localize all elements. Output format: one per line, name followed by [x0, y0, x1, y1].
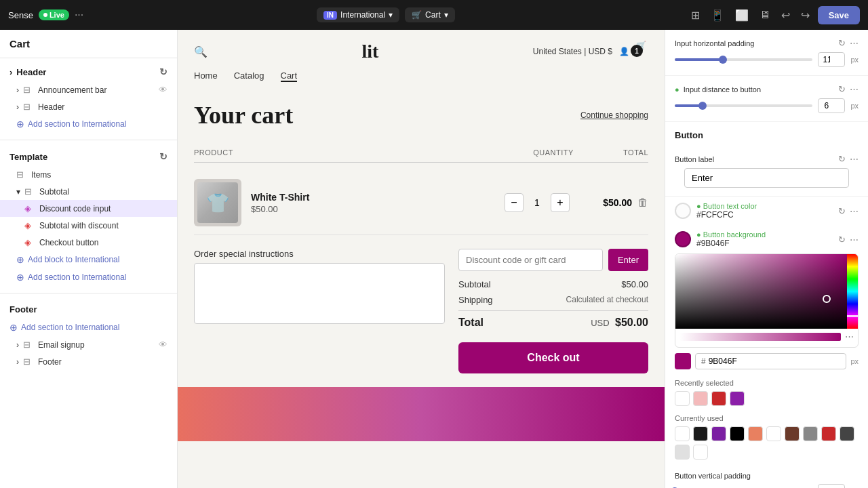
more-icon[interactable]: ⋯ [845, 331, 854, 342]
refresh-icon[interactable]: ↻ [838, 84, 846, 94]
sidebar: Cart › Header ↻ › ⊟ Announcement bar 👁 ›… [0, 30, 178, 488]
input-distance-value[interactable] [818, 98, 845, 113]
enter-button[interactable]: Enter [608, 249, 648, 271]
input-distance-slider[interactable] [675, 104, 812, 107]
cart-title: Your cart [194, 101, 293, 129]
add-section-template-link[interactable]: ⊕ Add section to International [0, 268, 177, 286]
add-footer-section-link[interactable]: ⊕ Add section to International [0, 319, 177, 336]
template-section-toggle[interactable]: Template ↻ [0, 147, 177, 166]
used-swatch[interactable] [840, 426, 854, 441]
used-swatch[interactable] [675, 426, 690, 441]
shipping-row: Shipping Calculated at checkout [458, 295, 648, 305]
sidebar-item-footer[interactable]: › ⊟ Footer [0, 353, 177, 370]
desktop-icon[interactable]: 🖥 [757, 6, 773, 24]
section-left: Footer [9, 304, 37, 314]
sidebar-item-items[interactable]: ⊟ Items [0, 166, 177, 183]
used-swatch[interactable] [748, 426, 763, 441]
alpha-bar[interactable] [679, 333, 841, 341]
tablet-icon[interactable]: ⬜ [732, 6, 751, 24]
used-swatch[interactable] [766, 426, 781, 441]
region-label[interactable]: United States | USD $ [533, 47, 612, 56]
sidebar-item-subtotal-with-discount[interactable]: ◈ Subtotal with discount [0, 217, 177, 234]
button-v-padding-value[interactable] [818, 484, 845, 488]
used-swatch[interactable] [730, 426, 745, 441]
checkout-button[interactable]: Check out [458, 342, 648, 373]
used-swatch[interactable] [693, 426, 708, 441]
cart-icon-wrap[interactable]: 🛒 1 [636, 41, 648, 62]
used-swatch[interactable] [803, 426, 818, 441]
more-icon[interactable]: ⋯ [850, 84, 859, 94]
hex-input[interactable] [709, 357, 763, 366]
more-icon[interactable]: ⋯ [850, 154, 859, 164]
continue-shopping-link[interactable]: Continue shopping [580, 110, 648, 120]
sidebar-item-subtotal[interactable]: ▾ ⊟ Subtotal [0, 183, 177, 200]
instructions-textarea[interactable] [194, 263, 445, 324]
more-icon[interactable]: ⋯ [850, 235, 859, 245]
quantity-decrease-button[interactable]: − [505, 193, 524, 212]
refresh-icon[interactable]: ↻ [159, 151, 167, 162]
footer-section-toggle[interactable]: Footer [0, 300, 177, 319]
more-options-button[interactable]: ··· [75, 9, 83, 21]
cart-selector[interactable]: 🛒 Cart ▾ [405, 7, 455, 22]
sidebar-item-header[interactable]: › ⊟ Header [0, 98, 177, 115]
button-label-input[interactable] [684, 168, 849, 188]
plus-icon: ⊕ [16, 272, 24, 283]
sidebar-item-email-signup[interactable]: › ⊟ Email signup 👁 [0, 336, 177, 353]
refresh-icon[interactable]: ↻ [838, 154, 846, 164]
refresh-icon[interactable]: ↻ [838, 38, 846, 48]
input-padding-value[interactable] [818, 52, 845, 67]
nav-catalog[interactable]: Catalog [234, 70, 264, 82]
more-icon[interactable]: ⋯ [850, 38, 859, 48]
hue-bar-vertical[interactable] [847, 254, 858, 329]
more-icon[interactable]: ⋯ [850, 206, 859, 216]
used-swatch[interactable] [711, 426, 726, 441]
quantity-increase-button[interactable]: + [551, 193, 570, 212]
currently-used-section: Currently used [665, 410, 868, 464]
store-footer [178, 387, 665, 441]
search-icon[interactable]: 🔍 [194, 45, 208, 58]
sidebar-item-discount-code-input[interactable]: ◈ Discount code input [0, 200, 177, 217]
used-swatch[interactable] [693, 445, 708, 460]
header-section-toggle[interactable]: › Header ↻ [0, 62, 177, 81]
nav-home[interactable]: Home [194, 70, 218, 82]
account-icon[interactable]: 👤 [619, 47, 629, 56]
recent-swatch[interactable] [675, 391, 690, 406]
input-padding-slider[interactable] [675, 58, 812, 61]
delete-item-button[interactable]: 🗑 [637, 197, 648, 209]
recent-swatch[interactable] [693, 391, 708, 406]
recent-swatch[interactable] [730, 391, 745, 406]
color-picker-body [675, 254, 858, 329]
refresh-icon[interactable]: ↻ [159, 66, 167, 77]
add-section-header-link[interactable]: ⊕ Add section to International [0, 115, 177, 133]
recent-swatch[interactable] [711, 391, 726, 406]
color-gradient[interactable] [675, 254, 847, 329]
button-text-color-swatch[interactable] [675, 203, 691, 219]
redo-icon[interactable]: ↪ [798, 6, 812, 24]
used-swatch[interactable] [821, 426, 836, 441]
input-distance-label-row: ● Input distance to button ↻ ⋯ [675, 84, 859, 94]
hex-swatch [675, 353, 691, 369]
hex-input-wrap[interactable]: # [695, 353, 846, 369]
add-block-link[interactable]: ⊕ Add block to International [0, 251, 177, 268]
refresh-icon[interactable]: ↻ [838, 235, 846, 245]
discount-input[interactable] [458, 249, 603, 271]
eye-icon[interactable]: 👁 [159, 85, 167, 95]
environment-selector[interactable]: IN International ▾ [317, 7, 399, 22]
slider-thumb[interactable] [719, 56, 727, 64]
used-swatch[interactable] [785, 426, 800, 441]
nav-cart[interactable]: Cart [281, 70, 298, 82]
save-button[interactable]: Save [818, 6, 860, 24]
sidebar-item-checkout-button[interactable]: ◈ Checkout button [0, 234, 177, 251]
mobile-icon[interactable]: 📱 [708, 6, 727, 24]
slider-thumb[interactable] [698, 102, 707, 110]
button-text-color-value: #FCFCFC [696, 210, 833, 220]
layout-icon[interactable]: ⊞ [688, 6, 703, 24]
sidebar-item-announcement-bar[interactable]: › ⊟ Announcement bar 👁 [0, 81, 177, 98]
button-bg-color-swatch[interactable] [675, 231, 691, 247]
eye-icon[interactable]: 👁 [159, 340, 167, 350]
undo-icon[interactable]: ↩ [778, 6, 793, 24]
used-swatch[interactable] [675, 445, 690, 460]
refresh-icon[interactable]: ↻ [838, 206, 846, 216]
color-picker[interactable]: ⋯ [675, 253, 859, 348]
total-currency: USD [591, 318, 609, 328]
